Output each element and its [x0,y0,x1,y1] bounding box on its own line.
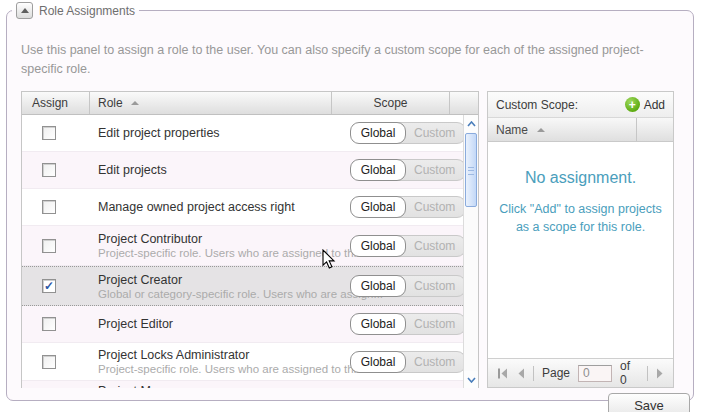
panel-legend: Role Assignments [12,2,139,19]
role-description: Project-specific role. Users who are ass… [98,247,332,259]
role-description: Project-specific role. Users who are ass… [98,363,332,375]
scope-global-button[interactable]: Global [350,275,406,297]
table-row[interactable]: Edit project properties Global Custom [22,115,465,152]
add-button-label: Add [644,98,665,112]
assign-checkbox[interactable] [42,239,56,253]
custom-scope-header: Custom Scope: + Add [488,92,673,118]
role-name: Manage owned project access right [98,200,332,214]
first-page-button[interactable] [497,368,509,379]
scope-custom-button: Custom [397,313,466,335]
scope-custom-button: Custom [397,196,466,218]
scrollbar-grip-icon [468,167,474,175]
add-plus-icon: + [625,97,640,112]
assign-checkbox[interactable] [42,279,56,293]
scope-global-button[interactable]: Global [350,159,406,181]
roles-table-body: Edit project properties Global Custom Ed… [22,115,478,388]
panel-description: Use this panel to assign a role to the u… [21,41,673,79]
role-name: Project Contributor [98,232,332,246]
scope-global-button[interactable]: Global [350,351,406,373]
column-header-role-label: Role [98,96,123,110]
table-row[interactable]: Edit projects Global Custom [22,152,465,189]
role-name: Project Locks Administrator [98,348,332,362]
scope-toggle: Global Custom [350,235,466,257]
column-header-name[interactable]: Name [488,118,673,142]
column-header-scope: Scope [332,92,450,114]
separator [647,366,648,381]
scroll-up-button[interactable] [464,115,478,132]
column-header-name-label: Name [496,123,528,137]
table-row[interactable]: Project Locks Administrator Project-spec… [22,343,465,381]
scope-custom-button: Custom [397,235,466,257]
collapse-up-icon [21,8,29,13]
table-row-partial[interactable]: Project Manager [22,381,465,388]
column-header-spacer [450,92,463,114]
roles-table: Assign Role Scope Edit project propertie… [21,91,479,388]
scope-global-button[interactable]: Global [350,313,406,335]
chevron-down-icon [467,377,476,383]
role-name: Project Editor [98,317,332,331]
assign-checkbox[interactable] [42,163,56,177]
scope-global-button[interactable]: Global [350,122,406,144]
custom-scope-panel: Custom Scope: + Add Name No assignment. … [487,91,674,388]
pagination-bar: Page of 0 [488,358,673,387]
chevron-up-icon [467,121,476,127]
scope-custom-button: Custom [397,159,466,181]
scope-custom-button: Custom [397,275,466,297]
scope-toggle: Global Custom [350,196,466,218]
table-row[interactable]: Project Editor Global Custom [22,306,465,343]
sort-ascending-icon [131,101,139,105]
scope-toggle: Global Custom [350,275,466,297]
scrollbar-thumb[interactable] [465,133,477,207]
sort-ascending-icon [537,128,545,132]
empty-state-message: Click "Add" to assign projects as a scop… [488,200,673,236]
scope-toggle: Global Custom [350,351,466,373]
empty-state-title: No assignment. [488,169,673,187]
table-row-selected[interactable]: Project Creator Global or category-speci… [22,266,465,306]
custom-scope-title: Custom Scope: [496,98,578,112]
scope-custom-button: Custom [397,351,466,373]
next-page-icon [656,368,664,379]
table-row[interactable]: Project Contributor Project-specific rol… [22,226,465,266]
role-name: Edit project properties [98,126,332,140]
scope-global-button[interactable]: Global [350,235,406,257]
role-name: Edit projects [98,163,332,177]
assign-checkbox[interactable] [42,126,56,140]
separator [533,366,534,381]
previous-page-icon [517,368,525,379]
assign-checkbox[interactable] [42,200,56,214]
add-button[interactable]: + Add [625,97,665,112]
column-header-assign: Assign [22,92,90,114]
scroll-down-button[interactable] [464,371,478,388]
panel-title: Role Assignments [39,4,135,18]
column-header-role[interactable]: Role [90,92,332,114]
scope-toggle: Global Custom [350,313,466,335]
save-button[interactable]: Save [608,393,690,412]
scope-custom-button: Custom [397,122,466,144]
assign-checkbox[interactable] [42,355,56,369]
custom-scope-empty-state: No assignment. Click "Add" to assign pro… [488,142,673,236]
vertical-scrollbar[interactable] [463,115,478,388]
page-label: Page [542,366,570,380]
scope-global-button[interactable]: Global [350,196,406,218]
page-number-input[interactable] [578,365,612,382]
next-page-button[interactable] [656,368,664,379]
column-separator [636,118,673,141]
role-name: Project Manager [98,381,332,388]
scope-toggle: Global Custom [350,159,466,181]
roles-table-header: Assign Role Scope [22,92,478,115]
role-name: Project Creator [98,273,332,287]
role-description: Global or category-specific role. Users … [98,288,332,300]
role-assignments-panel: Role Assignments Use this panel to assig… [6,2,694,401]
first-page-icon [497,368,509,379]
table-row[interactable]: Manage owned project access right Global… [22,189,465,226]
assign-checkbox[interactable] [42,317,56,331]
previous-page-button[interactable] [517,368,525,379]
page-count-label: of 0 [620,359,639,387]
scope-toggle: Global Custom [350,122,466,144]
collapse-button[interactable] [16,2,33,19]
